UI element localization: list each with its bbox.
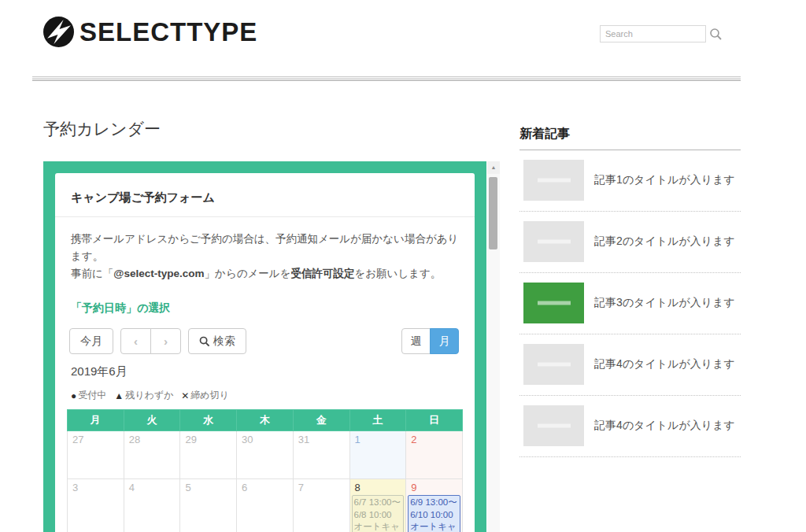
datetime-section-title: 「予約日時」の選択 (71, 301, 459, 316)
card-divider (55, 216, 475, 217)
search-input[interactable] (600, 25, 706, 42)
article-title: 記事1のタイトルが入ります (594, 173, 735, 187)
notice-text: 携帯メールアドレスからご予約の場合は、予約通知メールが届かない場合があります。 … (71, 231, 459, 283)
weekday-mon: 月 (68, 410, 124, 431)
legend-few: ▲残りわずか (114, 389, 173, 402)
form-title: キャンプ場ご予約フォーム (67, 186, 463, 205)
weekday-tue: 火 (124, 410, 180, 431)
legend-few-label: 残りわずか (125, 389, 173, 402)
day-number: 28 (124, 431, 180, 445)
weekday-header-row: 月 火 水 木 金 土 日 (68, 410, 463, 431)
calendar-cell-today: 8 6/7 13:00〜6/8 10:00 オートキャンプサ (349, 479, 406, 532)
week-view-button[interactable]: 週 (401, 328, 431, 354)
calendar-cell: 2 (406, 431, 463, 479)
calendar-cell: 4 (124, 479, 180, 532)
notice-line2-mid: 」からのメールを (205, 268, 291, 279)
chevron-right-icon: › (164, 334, 168, 348)
weekday-fri: 金 (293, 410, 349, 431)
article-thumbnail (523, 344, 584, 385)
weekday-sun: 日 (406, 410, 463, 431)
calendar-cell: 6 (237, 479, 294, 532)
thumbnail-placeholder-text (538, 424, 571, 428)
day-number: 5 (180, 479, 236, 493)
article-item-2[interactable]: 記事2のタイトルが入ります (519, 212, 741, 273)
calendar-search-label: 検索 (213, 334, 235, 349)
article-title: 記事2のタイトルが入ります (594, 235, 735, 249)
legend-closed-label: 締め切り (190, 389, 229, 402)
booking-calendar: 月 火 水 木 金 土 日 27 28 29 30 31 (67, 409, 463, 532)
article-thumbnail (523, 160, 584, 201)
calendar-cell: 29 (180, 431, 237, 479)
thumbnail-placeholder-text (538, 301, 571, 305)
sidebar-heading: 新着記事 (519, 126, 741, 142)
article-item-3[interactable]: 記事3のタイトルが入ります (519, 273, 741, 334)
calendar-week2: 3 4 5 6 7 8 6/7 13:00〜6/8 10:00 オートキャンプサ… (68, 479, 463, 532)
status-legend: ●受付中 ▲残りわずか ✕締め切り (71, 389, 459, 402)
calendar-cell: 1 (349, 431, 406, 479)
notice-line2-post: をお願いします。 (354, 268, 441, 279)
notice-domain: @select-type.com (113, 268, 204, 279)
calendar-cell: 9 6/9 13:00〜6/10 10:00 オートキャンプ (406, 479, 463, 532)
calendar-cell: 28 (124, 431, 180, 479)
circle-icon: ● (71, 390, 76, 401)
article-thumbnail (523, 221, 584, 262)
legend-open: ●受付中 (71, 389, 106, 402)
booking-slot-open[interactable]: 6/9 13:00〜6/10 10:00 オートキャンプ (408, 495, 460, 532)
calendar-cell: 3 (68, 479, 124, 532)
notice-line1: 携帯メールアドレスからご予約の場合は、予約通知メールが届かない場合があります。 (71, 233, 458, 262)
month-view-button[interactable]: 月 (430, 328, 459, 354)
notice-line2-pre: 事前に「 (71, 268, 113, 279)
day-number: 27 (68, 431, 124, 445)
calendar-search-button[interactable]: 検索 (188, 328, 246, 354)
calendar-toolbar: 今月 ‹ › 検索 (69, 328, 459, 354)
current-month-label: 2019年6月 (71, 364, 459, 379)
scrollbar-thumb[interactable] (489, 177, 497, 249)
thumbnail-placeholder-text (538, 240, 571, 244)
selecttype-logo-icon (43, 17, 74, 47)
sidebar: 新着記事 記事1のタイトルが入ります 記事2のタイトルが入ります 記事3のタイト… (519, 126, 741, 457)
weekday-thu: 木 (237, 410, 294, 431)
search-button[interactable] (709, 28, 723, 41)
page: SELECTTYPE 予約カレンダー キャンプ場ご予約フォーム 携帯メールアドレ… (0, 0, 806, 532)
day-number: 31 (294, 431, 349, 445)
this-month-button[interactable]: 今月 (69, 328, 113, 354)
scrollbar-up-button[interactable]: ▲ (487, 161, 500, 174)
booking-slot-closed[interactable]: 6/7 13:00〜6/8 10:00 オートキャンプサ (352, 495, 405, 532)
scrollbar-up-icon: ▲ (491, 164, 497, 170)
widget-scrollbar[interactable]: ▲ (487, 161, 500, 532)
month-nav-group: ‹ › (120, 328, 181, 354)
article-item-5[interactable]: 記事4のタイトルが入ります (519, 396, 741, 457)
calendar-week1: 27 28 29 30 31 1 2 (68, 431, 463, 479)
booking-widget-frame: キャンプ場ご予約フォーム 携帯メールアドレスからご予約の場合は、予約通知メールが… (43, 161, 486, 532)
view-toggle: 週 月 (401, 328, 459, 354)
search-icon (709, 31, 723, 43)
article-thumbnail (523, 405, 584, 446)
site-logo[interactable]: SELECTTYPE (43, 17, 257, 47)
legend-open-label: 受付中 (78, 389, 106, 402)
next-month-button[interactable]: › (150, 328, 181, 354)
day-number: 7 (294, 479, 349, 493)
prev-month-button[interactable]: ‹ (120, 328, 151, 354)
day-number: 8 (350, 479, 406, 493)
day-number: 3 (68, 479, 124, 493)
thumbnail-placeholder-text (538, 179, 571, 183)
thumbnail-placeholder-text (538, 363, 571, 367)
legend-closed: ✕締め切り (181, 389, 229, 402)
chevron-left-icon: ‹ (134, 334, 138, 348)
day-number: 2 (406, 431, 462, 445)
notice-permit-setting: 受信許可設定 (290, 268, 354, 279)
site-logo-text: SELECTTYPE (79, 17, 257, 47)
booking-form-card: キャンプ場ご予約フォーム 携帯メールアドレスからご予約の場合は、予約通知メールが… (55, 173, 475, 532)
day-number: 4 (124, 479, 180, 493)
article-title: 記事3のタイトルが入ります (594, 296, 735, 310)
page-title: 予約カレンダー (43, 118, 161, 140)
day-number: 30 (237, 431, 293, 445)
article-title: 記事4のタイトルが入ります (594, 357, 735, 371)
calendar-cell: 7 (293, 479, 349, 532)
article-item-4[interactable]: 記事4のタイトルが入ります (519, 334, 741, 396)
toolbar-left: 今月 ‹ › 検索 (69, 328, 246, 354)
calendar-cell: 5 (180, 479, 237, 532)
magnifier-icon (199, 336, 210, 347)
triangle-icon: ▲ (114, 390, 124, 401)
article-item-1[interactable]: 記事1のタイトルが入ります (519, 150, 741, 212)
